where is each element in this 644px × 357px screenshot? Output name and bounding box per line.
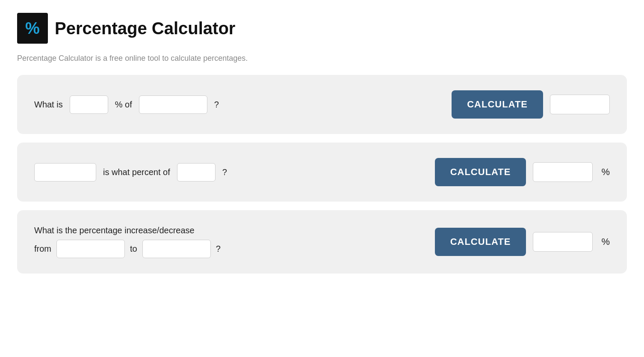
card3-percent-label: % [601, 236, 610, 247]
card2-calculate-button[interactable]: CALCULATE [435, 158, 526, 186]
card3-calculate-button[interactable]: CALCULATE [435, 228, 526, 256]
card3-label-to: to [130, 244, 137, 254]
card3-result [533, 232, 593, 252]
calculator-card-3: What is the percentage increase/decrease… [17, 210, 627, 274]
card2-input-of[interactable] [177, 163, 216, 181]
logo-icon: % [25, 19, 40, 38]
logo-box: % [17, 13, 48, 44]
card1-calculate-button[interactable]: CALCULATE [452, 90, 543, 119]
page-title: Percentage Calculator [55, 19, 235, 38]
card3-input-to[interactable] [142, 240, 211, 258]
card1-label-after: ? [214, 100, 219, 110]
card3-label-after: ? [216, 244, 221, 254]
calculator-card-1: What is % of ? CALCULATE [17, 75, 627, 134]
card2-percent-label: % [601, 167, 610, 178]
card3-label-from: from [34, 244, 51, 254]
card1-input-value[interactable] [139, 95, 207, 114]
card2-input-value[interactable] [34, 163, 96, 181]
card3-input-from[interactable] [56, 240, 125, 258]
card1-input-percent[interactable] [70, 95, 108, 114]
card1-result [550, 95, 610, 114]
card3-label-line1: What is the percentage increase/decrease [34, 226, 221, 235]
card2-result [533, 162, 593, 182]
card3-text-block: What is the percentage increase/decrease… [34, 226, 221, 258]
subtitle-text: Percentage Calculator is a free online t… [17, 54, 627, 63]
card2-label-middle: is what percent of [103, 167, 170, 177]
card1-label-middle: % of [115, 100, 132, 110]
page-header: % Percentage Calculator [17, 13, 627, 44]
calculator-card-2: is what percent of ? CALCULATE % [17, 143, 627, 202]
card2-label-after: ? [222, 167, 227, 177]
card1-label-before: What is [34, 100, 63, 110]
card3-row2: from to ? [34, 240, 221, 258]
